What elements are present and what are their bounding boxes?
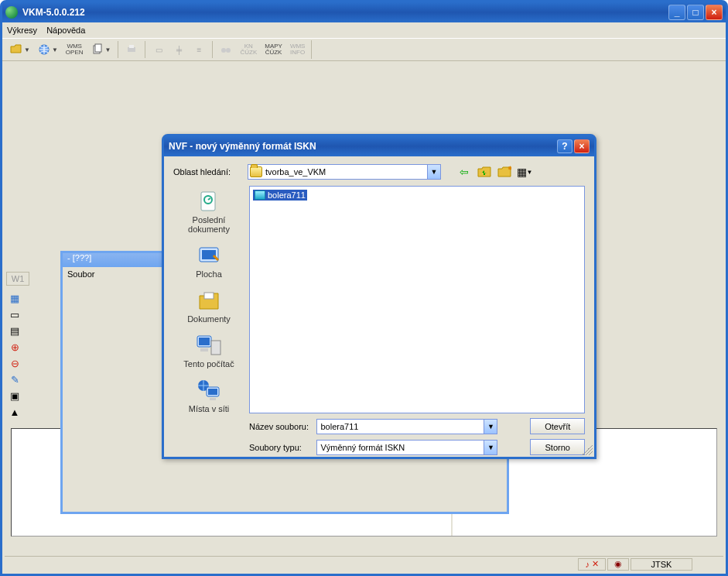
documents-icon	[196, 288, 222, 313]
copy-button[interactable]: ▼	[88, 40, 114, 59]
chevron-down-icon: ▼	[105, 46, 111, 53]
kn-cuzk-button: KNČÚZK	[237, 40, 260, 59]
place-network[interactable]: Místa v síti	[189, 378, 230, 413]
svg-rect-12	[204, 293, 214, 299]
place-recent[interactable]: Poslední dokumenty	[188, 189, 230, 234]
filename-input[interactable]: bolera711 ▼	[316, 419, 497, 434]
menubar: Výkresy Nápověda	[2, 22, 726, 38]
computer-icon	[196, 333, 222, 358]
filetype-combo[interactable]: Výměnný formát ISKN ▼	[316, 440, 497, 455]
app-title: VKM-5.0.0.212	[22, 7, 668, 18]
place-documents[interactable]: Dokumenty	[187, 288, 231, 324]
tool1-button: ▭	[149, 40, 168, 59]
titlebar: VKM-5.0.0.212 _ □ ×	[2, 2, 726, 22]
binoculars-button	[217, 40, 235, 59]
left-tool-strip: ▦ ▭ ▤ ⊕ ⊖ ✎ ▣ ▲	[6, 290, 26, 420]
chevron-down-icon[interactable]: ▼	[484, 441, 497, 454]
tool2-button: ╪	[169, 40, 188, 59]
svg-text:✸: ✸	[508, 166, 511, 172]
status-icons: ♪ ✕	[578, 558, 606, 571]
file-icon	[255, 190, 265, 200]
image-icon[interactable]: ▦	[6, 290, 23, 306]
cancel-button[interactable]: Storno	[530, 439, 585, 455]
app-icon	[5, 6, 18, 19]
maximize-button[interactable]: □	[687, 5, 704, 20]
resize-grip[interactable]	[582, 444, 593, 455]
file-list[interactable]: bolera711	[249, 186, 585, 413]
svg-rect-4	[129, 45, 134, 48]
look-in-combo[interactable]: tvorba_ve_VKM ▼	[248, 164, 441, 180]
brush-icon[interactable]: ▲	[6, 404, 23, 420]
statusbar: ♪ ✕ ◉ JTSK	[5, 556, 723, 571]
x-icon: ✕	[592, 559, 599, 569]
svg-rect-2	[95, 44, 101, 52]
svg-point-6	[226, 48, 231, 53]
network-icon	[196, 378, 222, 403]
file-item-selected[interactable]: bolera711	[253, 190, 307, 201]
filetype-label: Soubory typu:	[249, 443, 312, 452]
file-open-dialog: NVF - nový výměnný formát ISKN ? × Oblas…	[162, 134, 596, 459]
rect-icon[interactable]: ▭	[6, 307, 23, 322]
place-desktop[interactable]: Plocha	[196, 243, 222, 279]
phone-off-icon: ♪	[585, 560, 590, 569]
status-record-icon: ◉	[607, 558, 629, 571]
mapy-cuzk-button[interactable]: MAPYČÚZK	[261, 40, 285, 59]
status-coords: JTSK	[631, 558, 692, 571]
views-icon[interactable]: ▦▼	[517, 165, 532, 179]
svg-rect-16	[200, 348, 208, 351]
wms-open-button[interactable]: WMSOPEN	[63, 40, 87, 59]
globe-button[interactable]: ▼	[35, 40, 61, 59]
tool3-button: ≡	[190, 40, 208, 59]
up-folder-icon[interactable]	[477, 165, 492, 179]
recent-icon	[196, 189, 222, 214]
svg-rect-8	[201, 192, 215, 211]
place-computer[interactable]: Tento počítač	[183, 333, 234, 369]
svg-rect-11	[202, 250, 216, 259]
desktop-icon	[196, 243, 222, 268]
svg-point-5	[221, 48, 226, 53]
open-button[interactable]: Otevřít	[530, 418, 585, 434]
dialog-titlebar: NVF - nový výměnný formát ISKN ? ×	[164, 136, 594, 156]
look-in-label: Oblast hledání:	[173, 167, 243, 177]
filename-label: Název souboru:	[249, 422, 312, 431]
wms-info-button: WMSINFO	[287, 40, 309, 59]
svg-rect-19	[208, 389, 217, 395]
chevron-down-icon: ▼	[24, 46, 30, 53]
zoom-in-icon[interactable]: ⊕	[6, 339, 23, 355]
toolbar: ▼ ▼ WMSOPEN ▼ ▭ ╪ ≡ KNČÚZK MAPYČÚZK WMSI…	[2, 38, 726, 61]
minimize-button[interactable]: _	[668, 5, 685, 20]
close-button[interactable]: ×	[706, 5, 723, 20]
pencil-icon[interactable]: ✎	[6, 372, 23, 387]
dialog-title: NVF - nový výměnný formát ISKN	[169, 141, 555, 152]
sub-menu-soubor[interactable]: Soubor	[67, 269, 94, 279]
open-button[interactable]: ▼	[7, 40, 33, 59]
list-icon[interactable]: ▤	[6, 323, 23, 338]
new-folder-icon[interactable]: ✸	[497, 165, 512, 179]
marker-icon[interactable]: ▣	[6, 388, 23, 403]
print-button	[122, 40, 141, 59]
places-bar: Poslední dokumenty Plocha Dokumenty	[173, 186, 244, 413]
help-button[interactable]: ?	[557, 139, 572, 153]
zoom-out-icon[interactable]: ⊖	[6, 355, 23, 371]
svg-rect-20	[210, 398, 216, 400]
chevron-down-icon[interactable]: ▼	[484, 420, 497, 434]
workspace-tab[interactable]: W1	[6, 272, 29, 286]
chevron-down-icon: ▼	[52, 46, 58, 53]
back-icon[interactable]: ⇦	[456, 165, 472, 179]
menu-vykresy[interactable]: Výkresy	[7, 26, 37, 35]
look-in-value: tvorba_ve_VKM	[265, 167, 326, 177]
main-window: VKM-5.0.0.212 _ □ × Výkresy Nápověda ▼ ▼…	[0, 0, 728, 576]
dialog-close-button[interactable]: ×	[574, 139, 590, 153]
svg-rect-14	[199, 338, 210, 345]
chevron-down-icon[interactable]: ▼	[427, 165, 440, 179]
folder-icon	[250, 166, 262, 177]
svg-rect-15	[211, 341, 220, 355]
menu-napoveda[interactable]: Nápověda	[46, 26, 85, 35]
